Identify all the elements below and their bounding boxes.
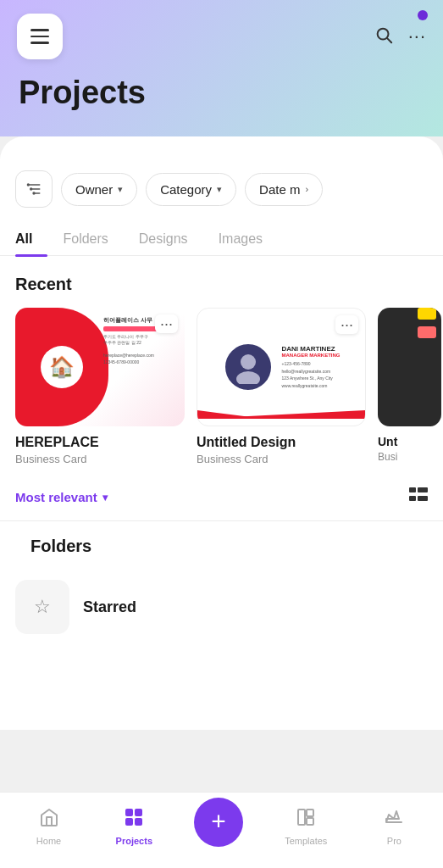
- category-chevron-icon: ▾: [217, 184, 222, 195]
- folder-name-starred: Starred: [83, 598, 136, 616]
- more-options-button[interactable]: ···: [408, 25, 426, 47]
- nav-label-projects: Projects: [116, 836, 152, 846]
- svg-rect-17: [135, 818, 142, 826]
- nav-item-home[interactable]: Home: [24, 802, 75, 851]
- tabs-row: All Folders Designs Images: [0, 223, 443, 256]
- templates-icon: [296, 807, 316, 832]
- card-name-partial: Unt: [378, 435, 441, 448]
- person-avatar: [223, 342, 274, 392]
- home-icon: [39, 807, 59, 832]
- svg-point-8: [241, 354, 256, 370]
- list-view-icon-svg: [409, 486, 428, 504]
- date-chevron-icon: ›: [305, 184, 308, 194]
- search-icon: [374, 25, 393, 44]
- recent-section-title: Recent: [0, 275, 443, 294]
- partial-card-content: [378, 308, 441, 338]
- date-filter[interactable]: Date m ›: [245, 173, 323, 206]
- star-icon: ☆: [30, 595, 54, 619]
- card-thumbnail-hereplace: ··· 🏠 히어플레이스 사무 주기도 우리나이 주무구우주주 관련일 길 22…: [15, 308, 185, 426]
- sort-label-text: Most relevant: [15, 490, 97, 504]
- svg-point-7: [32, 192, 35, 194]
- page-title: Projects: [0, 68, 443, 111]
- nav-item-templates[interactable]: Templates: [273, 802, 339, 851]
- search-button[interactable]: [374, 25, 393, 47]
- folders-section-title: Folders: [15, 537, 428, 556]
- top-bar: ···: [0, 0, 443, 68]
- pro-crown-icon: [384, 807, 404, 832]
- nav-label-home: Home: [36, 836, 61, 846]
- hereplace-red-half: 🏠: [15, 308, 108, 426]
- svg-point-5: [27, 183, 30, 186]
- header-background: ··· Projects: [0, 0, 443, 136]
- design-card-hereplace[interactable]: ··· 🏠 히어플레이스 사무 주기도 우리나이 주무구우주주 관련일 길 22…: [15, 308, 185, 465]
- sliders-icon: [25, 181, 42, 198]
- card-thumbnail-partial: [378, 308, 441, 426]
- nav-label-pro: Pro: [387, 836, 401, 846]
- card-name-hereplace: HEREPLACE: [15, 435, 185, 450]
- svg-rect-20: [307, 818, 313, 825]
- partial-badge-2: [418, 326, 436, 338]
- plus-icon: +: [211, 809, 226, 834]
- person-silhouette: [231, 350, 265, 384]
- card-type-partial: Busi: [378, 451, 441, 463]
- sort-button[interactable]: Most relevant ▾: [15, 490, 108, 504]
- sort-chevron-icon: ▾: [102, 492, 108, 504]
- recent-cards-row: ··· 🏠 히어플레이스 사무 주기도 우리나이 주무구우주주 관련일 길 22…: [0, 308, 443, 465]
- svg-rect-14: [125, 809, 133, 816]
- card-type-untitled: Business Card: [197, 453, 366, 465]
- nav-label-templates: Templates: [285, 836, 327, 846]
- svg-rect-11: [418, 487, 428, 492]
- filters-row: Owner ▾ Category ▾ Date m ›: [0, 170, 443, 208]
- owner-filter[interactable]: Owner ▾: [61, 173, 137, 206]
- hamburger-icon: [30, 29, 49, 44]
- house-icon: 🏠: [41, 346, 83, 388]
- sort-row: Most relevant ▾: [0, 486, 443, 521]
- bottom-nav: Home Projects + Templates: [0, 792, 443, 868]
- owner-chevron-icon: ▾: [118, 184, 123, 195]
- nav-item-pro[interactable]: Pro: [368, 802, 419, 851]
- filter-icon-button[interactable]: [15, 170, 53, 208]
- svg-rect-19: [307, 810, 313, 816]
- menu-button[interactable]: [17, 14, 63, 59]
- card-name-untitled: Untitled Design: [197, 435, 366, 450]
- category-filter[interactable]: Category ▾: [146, 173, 236, 206]
- list-view-button[interactable]: [409, 486, 428, 509]
- card-menu-button-hereplace[interactable]: ···: [155, 314, 178, 333]
- svg-rect-13: [418, 496, 428, 501]
- nav-add-button[interactable]: +: [194, 798, 243, 847]
- tab-designs[interactable]: Designs: [124, 223, 203, 255]
- folder-icon-wrap-starred: ☆: [15, 580, 69, 634]
- svg-line-1: [387, 38, 391, 42]
- nav-item-projects[interactable]: Projects: [104, 802, 164, 851]
- svg-rect-18: [298, 810, 305, 825]
- card-menu-button-untitled[interactable]: ···: [335, 315, 358, 334]
- top-right-actions: ···: [374, 25, 426, 47]
- svg-rect-15: [135, 809, 142, 816]
- projects-icon: [124, 807, 144, 832]
- tab-all[interactable]: All: [15, 223, 47, 255]
- svg-point-6: [30, 187, 32, 190]
- category-filter-label: Category: [160, 182, 212, 197]
- tab-folders[interactable]: Folders: [47, 223, 123, 255]
- design-card-partial[interactable]: Unt Busi: [378, 308, 441, 465]
- owner-filter-label: Owner: [75, 182, 113, 197]
- svg-rect-12: [409, 496, 416, 501]
- card-thumbnail-untitled: ··· DANI MARTINEZ MANAGER MARKETING: [197, 308, 366, 426]
- svg-rect-10: [409, 487, 416, 492]
- date-filter-label: Date m: [259, 182, 300, 197]
- partial-badge-1: [418, 308, 436, 320]
- card-type-hereplace: Business Card: [15, 453, 185, 465]
- folders-section: Folders ☆ Starred: [0, 537, 443, 644]
- design-card-untitled[interactable]: ··· DANI MARTINEZ MANAGER MARKETING: [197, 308, 366, 465]
- folder-item-starred[interactable]: ☆ Starred: [15, 570, 428, 644]
- content-area: Owner ▾ Category ▾ Date m › All Folders …: [0, 136, 443, 730]
- notification-dot: [418, 10, 428, 20]
- svg-rect-16: [125, 818, 133, 826]
- svg-point-9: [236, 371, 260, 384]
- tab-images[interactable]: Images: [203, 223, 278, 255]
